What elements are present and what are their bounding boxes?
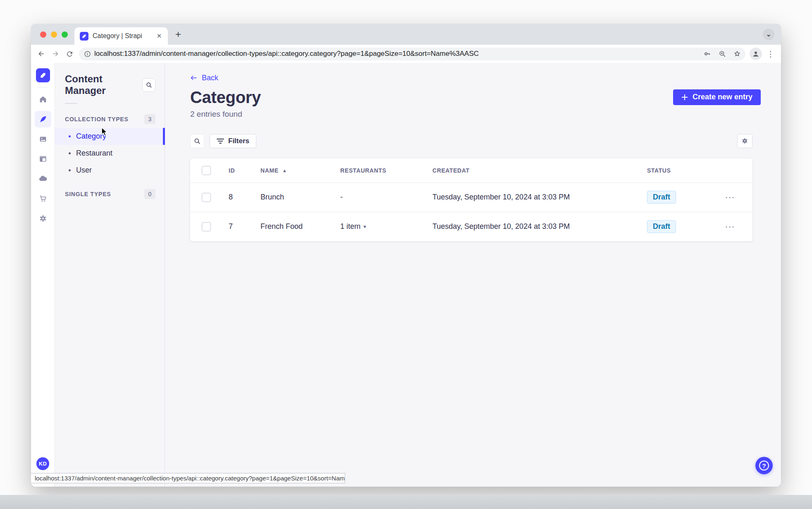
minimize-window-button[interactable]: [51, 31, 57, 38]
entries-count: 2 entries found: [190, 110, 752, 119]
status-badge: Draft: [647, 191, 676, 204]
forward-icon[interactable]: [48, 47, 62, 61]
browser-menu-icon[interactable]: ⋮: [764, 48, 777, 60]
collection-types-count: 3: [144, 114, 155, 124]
column-header-status[interactable]: STATUS: [647, 167, 721, 174]
cell-name: Brunch: [260, 193, 340, 202]
password-key-icon[interactable]: [702, 48, 713, 60]
question-mark-icon: ?: [759, 461, 769, 471]
browser-window: Category | Strapi ✕ + ⌄ localhost:1337/a…: [31, 24, 781, 487]
settings-gear-icon[interactable]: [35, 210, 51, 227]
strapi-admin: KD Content Manager COLLECTION TYPES 3 Ca…: [31, 63, 781, 487]
nav-rail: KD: [31, 63, 55, 487]
media-library-icon[interactable]: [35, 131, 51, 147]
site-info-icon[interactable]: [84, 50, 91, 58]
window-controls: [31, 31, 74, 38]
rail-divider: [37, 87, 49, 87]
single-types-count: 0: [144, 189, 155, 199]
table-row[interactable]: 8 Brunch - Tuesday, September 10, 2024 a…: [190, 182, 752, 212]
sidebar-item-user[interactable]: User: [55, 162, 165, 179]
cloud-icon[interactable]: [35, 170, 51, 187]
sidebar-item-restaurant[interactable]: Restaurant: [55, 145, 165, 162]
row-checkbox[interactable]: [202, 193, 211, 202]
create-new-entry-button[interactable]: Create new entry: [673, 89, 761, 105]
cell-id: 7: [223, 222, 260, 231]
content-type-builder-icon[interactable]: [35, 151, 51, 167]
browser-toolbar: localhost:1337/admin/content-manager/col…: [31, 45, 781, 63]
cell-name: French Food: [260, 222, 340, 231]
sidebar-item-label: Category: [76, 132, 106, 141]
content-manager-sidebar: Content Manager COLLECTION TYPES 3 Categ…: [55, 63, 165, 487]
cell-createdat: Tuesday, September 10, 2024 at 3:03 PM: [432, 193, 647, 202]
filter-icon: [217, 138, 224, 144]
browser-tab[interactable]: Category | Strapi ✕: [74, 27, 168, 45]
column-header-id[interactable]: ID: [223, 167, 260, 174]
sidebar-item-category[interactable]: Category: [55, 128, 165, 145]
url-bar[interactable]: localhost:1337/admin/content-manager/col…: [79, 48, 745, 60]
close-window-button[interactable]: [40, 31, 46, 38]
cell-restaurants: -: [340, 193, 432, 202]
sidebar-item-label: User: [76, 166, 92, 175]
back-arrow-icon: [190, 75, 198, 82]
cell-id: 8: [223, 193, 260, 202]
status-bar-link-preview: localhost:1337/admin/content-manager/col…: [31, 473, 345, 483]
tab-title: Category | Strapi: [93, 32, 150, 40]
sidebar-divider: [65, 103, 77, 104]
user-avatar[interactable]: KD: [36, 457, 49, 470]
column-header-restaurants[interactable]: RESTAURANTS: [340, 167, 432, 174]
zoom-page-icon[interactable]: [716, 48, 728, 60]
collection-types-section: COLLECTION TYPES 3: [55, 110, 165, 128]
content-manager-icon[interactable]: [35, 111, 51, 127]
single-types-section: SINGLE TYPES 0: [55, 185, 165, 203]
strapi-logo[interactable]: [36, 68, 50, 82]
entries-table: ID NAME ▲ RESTAURANTS CREATEDAT STATUS 8…: [190, 158, 752, 241]
url-text[interactable]: localhost:1337/admin/content-manager/col…: [94, 50, 698, 58]
back-icon[interactable]: [34, 47, 48, 61]
row-actions-icon[interactable]: ⋯: [721, 221, 736, 233]
help-button[interactable]: ?: [755, 457, 773, 474]
column-header-createdat[interactable]: CREATEDAT: [432, 167, 647, 174]
status-badge: Draft: [647, 220, 676, 233]
zoom-window-button[interactable]: [62, 31, 68, 38]
bullet-icon: [69, 152, 71, 154]
bullet-icon: [69, 135, 71, 137]
single-types-label: SINGLE TYPES: [65, 191, 111, 197]
sidebar-item-label: Restaurant: [76, 149, 112, 158]
bullet-icon: [69, 169, 71, 171]
main-content: Back Category Create new entry 2 entries…: [165, 63, 781, 487]
column-header-name[interactable]: NAME ▲: [260, 167, 340, 174]
strapi-favicon: [80, 32, 88, 41]
cell-restaurants-expand[interactable]: 1 item ▾: [340, 222, 432, 231]
filters-button[interactable]: Filters: [210, 134, 256, 148]
table-header-row: ID NAME ▲ RESTAURANTS CREATEDAT STATUS: [190, 158, 752, 182]
browser-tab-strip: Category | Strapi ✕ + ⌄: [31, 24, 781, 45]
sort-asc-icon: ▲: [282, 168, 287, 173]
desktop-bottom-band: [0, 495, 812, 509]
bookmark-star-icon[interactable]: [731, 48, 743, 60]
reload-icon[interactable]: [62, 47, 76, 61]
row-actions-icon[interactable]: ⋯: [721, 192, 736, 203]
row-checkbox[interactable]: [202, 222, 211, 231]
table-row[interactable]: 7 French Food 1 item ▾ Tuesday, Septembe…: [190, 212, 752, 241]
tab-close-icon[interactable]: ✕: [155, 31, 164, 41]
cell-createdat: Tuesday, September 10, 2024 at 3:03 PM: [432, 222, 647, 231]
search-icon[interactable]: [190, 134, 204, 148]
back-link[interactable]: Back: [190, 74, 218, 82]
marketplace-cart-icon[interactable]: [35, 190, 51, 207]
plus-icon: [681, 94, 688, 101]
tab-search-button[interactable]: ⌄: [763, 29, 774, 40]
collection-types-label: COLLECTION TYPES: [65, 116, 129, 122]
new-tab-button[interactable]: +: [172, 28, 184, 41]
select-all-checkbox[interactable]: [202, 166, 211, 175]
caret-down-icon: ▾: [363, 223, 366, 230]
home-icon[interactable]: [35, 91, 51, 108]
table-settings-gear-icon[interactable]: [737, 134, 752, 148]
sidebar-title: Content Manager: [65, 73, 142, 96]
sidebar-search-icon[interactable]: [142, 78, 155, 92]
profile-avatar-icon[interactable]: [750, 48, 762, 60]
page-title: Category: [190, 88, 261, 107]
